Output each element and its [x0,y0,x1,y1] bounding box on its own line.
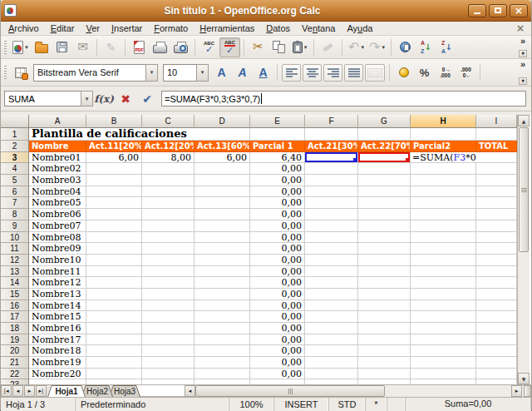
cell-C16[interactable] [142,300,195,312]
cell-B13[interactable] [86,266,142,278]
cell-E7[interactable]: 0,00 [250,197,305,209]
dropdown-caret-icon[interactable]: ▾ [382,44,385,51]
cell-B22[interactable] [86,369,142,380]
page-preview-button[interactable] [170,37,191,57]
function-wizard-button[interactable]: f(x) [93,90,115,108]
cell-G17[interactable] [358,311,411,323]
cell-I8[interactable] [476,209,517,220]
cell-E19[interactable]: 0,00 [250,334,305,346]
cell-E10[interactable]: 0,00 [250,232,305,244]
cell-A13[interactable]: Nombre11 [29,266,86,278]
cell-G2[interactable]: Act.22[70%] [358,141,411,152]
cell-C12[interactable] [142,255,195,266]
cell-A15[interactable]: Nombre13 [29,289,86,300]
cell-C18[interactable] [142,323,195,334]
cell-C15[interactable] [142,289,195,300]
column-header-D[interactable]: D [195,115,250,128]
cell-D18[interactable] [195,323,250,334]
cell-D13[interactable] [195,266,250,278]
cell-I6[interactable] [476,186,517,198]
reference-resize-handle[interactable] [353,158,357,161]
autospellcheck-button[interactable]: ABC✓ [219,37,240,57]
cell-A3[interactable]: Nombre01 [29,152,86,164]
cell-D8[interactable] [195,209,250,220]
cell-F22[interactable] [305,369,358,380]
cell-B18[interactable] [86,323,142,334]
cell-G3[interactable] [358,152,411,164]
cell-G15[interactable] [358,289,411,300]
bold-button[interactable]: A [211,62,232,82]
row-header-13[interactable]: 13 [1,266,29,278]
cell-E23[interactable] [250,379,305,384]
cell-G11[interactable] [358,243,411,255]
cell-H8[interactable] [411,209,476,220]
cell-H6[interactable] [411,186,476,198]
cell-C7[interactable] [142,197,195,209]
cell-A4[interactable]: Nombre02 [29,163,86,175]
row-header-21[interactable]: 21 [1,357,29,369]
cell-F15[interactable] [305,289,358,300]
last-sheet-button[interactable]: ▸| [36,385,47,397]
cell-E12[interactable]: 0,00 [250,255,305,266]
cell-E8[interactable]: 0,00 [250,209,305,220]
cell-C22[interactable] [142,369,195,380]
cell-G4[interactable] [358,163,411,175]
cell-H10[interactable] [411,232,476,244]
cell-F19[interactable] [305,334,358,346]
previous-sheet-button[interactable]: ◂ [12,385,23,397]
cell-E20[interactable]: 0,00 [250,345,305,357]
row-header-1[interactable]: 1 [1,128,29,141]
cell-A23[interactable] [29,379,86,384]
cell-F1[interactable] [305,128,358,141]
cell-H7[interactable] [411,197,476,209]
cell-F11[interactable] [305,243,358,255]
open-button[interactable] [31,37,52,57]
cell-H4[interactable] [411,163,476,175]
menu-formato[interactable]: Formato [148,22,194,34]
reference-resize-handle[interactable] [406,158,409,161]
row-header-6[interactable]: 6 [1,186,29,198]
row-header-18[interactable]: 18 [1,323,29,334]
cell-F8[interactable] [305,209,358,220]
cell-C10[interactable] [142,232,195,244]
cell-A22[interactable]: Nombre20 [29,369,86,380]
cell-G5[interactable] [358,175,411,186]
toolbar-overflow[interactable]: » ▼ [516,36,530,58]
cell-G14[interactable] [358,277,411,289]
cell-E18[interactable]: 0,00 [250,323,305,334]
paste-button[interactable]: ▾ [289,37,310,57]
cell-F23[interactable] [305,379,358,384]
spellcheck-button[interactable]: ABC✓ [199,37,219,57]
cell-C11[interactable] [142,243,195,255]
dropdown-caret-icon[interactable]: ▾ [361,44,364,51]
row-header-11[interactable]: 11 [1,243,29,255]
cell-G10[interactable] [358,232,411,244]
accept-button[interactable]: ✔ [136,90,158,108]
align-center-button[interactable] [303,64,322,82]
cell-H3[interactable]: =SUMA(F3*0,3;G3*0,7) [411,152,476,164]
sort-ascending-button[interactable]: A↓Z [416,37,436,57]
cell-G7[interactable] [358,197,411,209]
cell-B7[interactable] [86,197,142,209]
cell-C9[interactable] [142,220,195,232]
menu-datos[interactable]: Datos [260,22,296,34]
cell-B17[interactable] [86,311,142,323]
cell-C5[interactable] [142,175,195,186]
cell-F3[interactable] [305,152,358,164]
cell-E14[interactable]: 0,00 [250,277,305,289]
cell-A6[interactable]: Nombre04 [29,186,86,198]
cell-B12[interactable] [86,255,142,266]
cell-C19[interactable] [142,334,195,346]
column-header-H[interactable]: H [411,115,476,128]
cell-E11[interactable]: 0,00 [250,243,305,255]
hyperlink-button[interactable] [395,37,416,57]
cell-I19[interactable] [476,334,517,346]
cell-I3[interactable] [476,152,517,164]
cell-B5[interactable] [86,175,142,186]
cell-B10[interactable] [86,232,142,244]
cell-D21[interactable] [195,357,250,369]
cell-D15[interactable] [195,289,250,300]
cell-B21[interactable] [86,357,142,369]
cell-D22[interactable] [195,369,250,380]
font-size-combobox[interactable]: 10 ▾ [163,64,209,82]
